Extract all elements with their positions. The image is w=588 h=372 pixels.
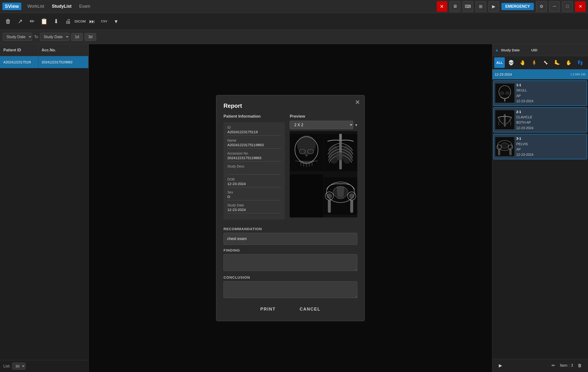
maximize-icon[interactable]: □ <box>562 1 573 12</box>
finding-textarea[interactable] <box>223 254 357 271</box>
table-header: Patient ID Acc.No. <box>0 44 88 56</box>
print-button[interactable]: PRINT <box>253 305 283 314</box>
forward-toolbar-icon[interactable]: ⏭ <box>87 16 97 27</box>
study-desc-field: Study Desc <box>227 164 281 175</box>
window-close-icon[interactable]: ✕ <box>575 1 586 12</box>
filter-hand2[interactable]: ✋ <box>563 57 574 68</box>
keyboard-icon[interactable]: ⌨ <box>462 1 473 12</box>
print-toolbar-icon[interactable]: 🖨 <box>63 16 74 27</box>
modal-overlay: Report ✕ Patient Information ID A2024122… <box>89 44 492 372</box>
accession-field: Accession No. 20241223175119863 <box>227 152 281 162</box>
top-navigation: SView WorkList StudyList Exam ✕ 🖥 ⌨ ⊞ ▶ … <box>0 0 588 13</box>
emergency-button[interactable]: EMERGENCY <box>501 3 534 10</box>
toolbar-row: 🗑 ↗ ✏ 📋 ⬇ 🖨 DICOM ⏭ CSV ▾ <box>0 13 588 30</box>
report-toolbar-icon[interactable]: 📋 <box>39 16 49 27</box>
svg-point-22 <box>349 193 354 199</box>
table-row[interactable]: A202412231751I9 202412231751I9863 <box>0 56 88 68</box>
modal-title: Report <box>223 102 357 109</box>
filter-1d-button[interactable]: 1d <box>71 33 83 41</box>
nav-tab-worklist[interactable]: WorkList <box>24 2 48 10</box>
preview-layout-dropdown-icon[interactable]: ▾ <box>355 122 357 128</box>
csv-toolbar-icon[interactable]: CSV <box>99 16 109 27</box>
from-date-select[interactable]: Study Date <box>3 33 32 41</box>
finding-label: FINDING <box>223 248 357 252</box>
filter-all[interactable]: ALL <box>494 57 505 68</box>
to-label: To <box>34 35 38 39</box>
item-label: Item : <box>560 363 569 368</box>
monitor-icon[interactable]: 🖥 <box>450 1 460 12</box>
svg-point-15 <box>336 152 343 160</box>
svg-point-27 <box>500 92 504 94</box>
preview-layout-select[interactable]: 2 X 2 <box>290 121 353 129</box>
edit-toolbar-icon[interactable]: ✏ <box>27 16 37 27</box>
series-item-2[interactable]: 2-1 CLAVICLE BOTH AP 12-23-2024 <box>493 107 587 133</box>
filter-3d-button[interactable]: 3d <box>85 33 96 41</box>
preview-empty-1 <box>290 175 323 218</box>
conclusion-textarea[interactable] <box>223 281 357 298</box>
sex-label: Sex <box>227 190 281 194</box>
patient-id-cell: A202412231751I9 <box>0 56 38 68</box>
name-value: A20241223175119863 <box>227 143 281 149</box>
series-item-1[interactable]: 1-1 SKULL AP 12-23-2024 <box>493 80 587 106</box>
play-icon[interactable]: ▶ <box>488 1 499 12</box>
svg-rect-29 <box>504 98 505 101</box>
study-desc-label: Study Desc <box>227 164 281 168</box>
study-date-value-row: 12-23-2024 <box>495 73 570 76</box>
dicom-toolbar-icon[interactable]: DICOM <box>75 16 85 27</box>
series-item-3[interactable]: 3-1 PELVIS AP 12-23-2024 <box>493 134 587 159</box>
right-study-row[interactable]: 12-23-2024 1.2.840.100 <box>492 69 588 79</box>
preview-chest-image <box>324 131 357 174</box>
grid-icon[interactable]: ⊞ <box>475 1 486 12</box>
nav-tab-studylist[interactable]: StudyList <box>48 2 75 10</box>
acc-no-cell: 202412231751I9863 <box>38 56 88 68</box>
study-date-field: Study Date 12-23-2024 <box>227 203 281 213</box>
filter-foot2[interactable]: 👣 <box>575 57 585 68</box>
to-date-select[interactable]: Study Date <box>40 33 69 41</box>
filter-skeleton[interactable]: 🦴 <box>540 57 551 68</box>
filter-body[interactable]: 🧍 <box>529 57 539 68</box>
nav-tab-exam[interactable]: Exam <box>76 2 94 10</box>
export-toolbar-icon[interactable]: ↗ <box>15 16 25 27</box>
settings-icon[interactable]: ⚙ <box>536 1 547 12</box>
download-toolbar-icon[interactable]: ⬇ <box>51 16 61 27</box>
preview-pelvis-image <box>324 175 357 218</box>
play-next-icon[interactable]: ▶ <box>495 360 506 371</box>
svg-point-4 <box>308 149 314 154</box>
right-col-study-date: Study Date <box>501 48 520 52</box>
study-date-value: 12-23-2024 <box>227 208 281 213</box>
name-field: Name A20241223175119863 <box>227 139 281 149</box>
delete-toolbar-icon[interactable]: 🗑 <box>3 16 13 27</box>
patient-info-grid: ID A20241223175119 Name A202412231751198… <box>223 122 285 219</box>
report-edit-icon[interactable]: ✏ <box>548 360 558 371</box>
filter-skull[interactable]: 💀 <box>506 57 516 68</box>
more-toolbar-icon[interactable]: ▾ <box>111 16 121 27</box>
filter-row: Study Date To Study Date 1d 3d <box>0 30 588 44</box>
list-label: List: <box>3 364 10 368</box>
right-col-uid: UID <box>531 48 537 52</box>
accession-value: 20241223175119863 <box>227 156 281 162</box>
dob-value: 12-23-2024 <box>227 182 281 187</box>
minimize-icon[interactable]: ─ <box>549 1 560 12</box>
cancel-button[interactable]: CANCEL <box>293 305 328 314</box>
svg-rect-37 <box>498 149 501 155</box>
preview-skull-image <box>290 131 323 174</box>
series-thumb-2 <box>495 110 514 129</box>
close-red-icon[interactable]: ✕ <box>437 1 447 12</box>
dob-label: DOB <box>227 177 281 181</box>
right-bottom-bar: ▶ ✏ Item : 3 🗑 <box>492 359 588 372</box>
conclusion-label: CONCLUSION <box>223 275 357 279</box>
item-count: 3 <box>571 363 573 368</box>
svg-rect-38 <box>509 149 512 155</box>
left-panel: Patient ID Acc.No. A202412231751I9 20241… <box>0 44 89 372</box>
id-label: ID <box>227 126 281 129</box>
list-count-select[interactable]: 30 <box>12 363 25 370</box>
modal-close-button[interactable]: ✕ <box>355 99 360 106</box>
center-panel: Report ✕ Patient Information ID A2024122… <box>89 44 492 372</box>
filter-foot[interactable]: 🦶 <box>552 57 562 68</box>
id-value: A20241223175119 <box>227 130 281 136</box>
col-acc-no: Acc.No. <box>38 44 88 56</box>
filter-hand[interactable]: 🤚 <box>517 57 528 68</box>
dob-field: DOB 12-23-2024 <box>227 177 281 187</box>
recommendation-input[interactable] <box>223 233 357 245</box>
delete-item-icon[interactable]: 🗑 <box>575 360 585 371</box>
